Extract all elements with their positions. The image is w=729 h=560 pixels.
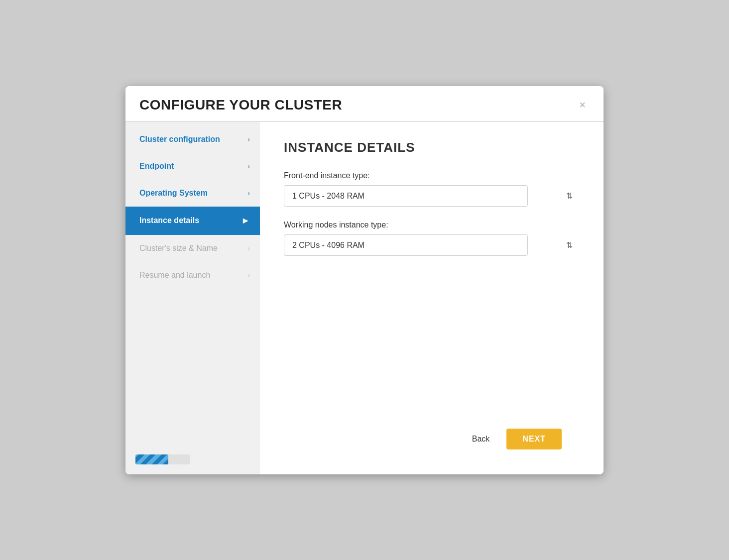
dialog-title: CONFIGURE YOUR CLUSTER bbox=[139, 97, 342, 113]
chevron-right-icon: › bbox=[247, 135, 250, 143]
sidebar-item-cluster-configuration[interactable]: Cluster configuration › bbox=[125, 126, 260, 153]
chevron-right-icon: › bbox=[247, 189, 250, 197]
frontend-instance-select[interactable]: 1 CPUs - 2048 RAM 2 CPUs - 4096 RAM 4 CP… bbox=[284, 185, 528, 207]
sidebar-item-label: Resume and launch bbox=[139, 271, 210, 280]
progress-bar-fill bbox=[135, 454, 168, 464]
sidebar-spacer bbox=[125, 289, 260, 447]
chevron-right-icon: ► bbox=[241, 216, 250, 226]
configure-cluster-dialog: CONFIGURE YOUR CLUSTER × Cluster configu… bbox=[125, 86, 604, 474]
sidebar-item-operating-system[interactable]: Operating System › bbox=[125, 180, 260, 207]
sidebar: Cluster configuration › Endpoint › Opera… bbox=[125, 122, 260, 474]
sidebar-item-label: Endpoint bbox=[139, 162, 174, 171]
close-button[interactable]: × bbox=[575, 98, 590, 112]
dialog-header: CONFIGURE YOUR CLUSTER × bbox=[125, 86, 604, 122]
sidebar-item-resume-and-launch: Resume and launch › bbox=[125, 262, 260, 289]
sidebar-item-label: Operating System bbox=[139, 189, 208, 198]
sidebar-progress bbox=[125, 447, 260, 474]
back-button[interactable]: Back bbox=[463, 430, 499, 448]
working-nodes-select-wrapper: 1 CPUs - 2048 RAM 2 CPUs - 4096 RAM 4 CP… bbox=[284, 234, 580, 256]
sidebar-item-endpoint[interactable]: Endpoint › bbox=[125, 153, 260, 180]
section-title: INSTANCE DETAILS bbox=[284, 140, 580, 155]
sidebar-item-clusters-size-name: Cluster's size & Name › bbox=[125, 235, 260, 262]
dialog-footer: Back NEXT bbox=[284, 420, 580, 460]
main-content: INSTANCE DETAILS Front-end instance type… bbox=[260, 122, 604, 474]
sidebar-item-instance-details[interactable]: Instance details ► bbox=[125, 207, 260, 235]
chevron-right-icon: › bbox=[247, 271, 250, 279]
frontend-instance-label: Front-end instance type: bbox=[284, 171, 580, 180]
chevron-right-icon: › bbox=[247, 244, 250, 252]
sidebar-item-label: Instance details bbox=[139, 216, 199, 225]
next-button[interactable]: NEXT bbox=[506, 429, 562, 449]
working-nodes-instance-select[interactable]: 1 CPUs - 2048 RAM 2 CPUs - 4096 RAM 4 CP… bbox=[284, 234, 528, 256]
progress-bar-container bbox=[135, 454, 190, 464]
select-arrow-icon: ⇅ bbox=[566, 240, 573, 250]
sidebar-item-label: Cluster's size & Name bbox=[139, 244, 218, 253]
chevron-right-icon: › bbox=[247, 162, 250, 170]
select-arrow-icon: ⇅ bbox=[566, 191, 573, 201]
dialog-body: Cluster configuration › Endpoint › Opera… bbox=[125, 122, 604, 474]
sidebar-item-label: Cluster configuration bbox=[139, 135, 220, 144]
frontend-select-wrapper: 1 CPUs - 2048 RAM 2 CPUs - 4096 RAM 4 CP… bbox=[284, 185, 580, 207]
working-nodes-instance-label: Working nodes instance type: bbox=[284, 221, 580, 229]
main-spacer bbox=[284, 270, 580, 420]
